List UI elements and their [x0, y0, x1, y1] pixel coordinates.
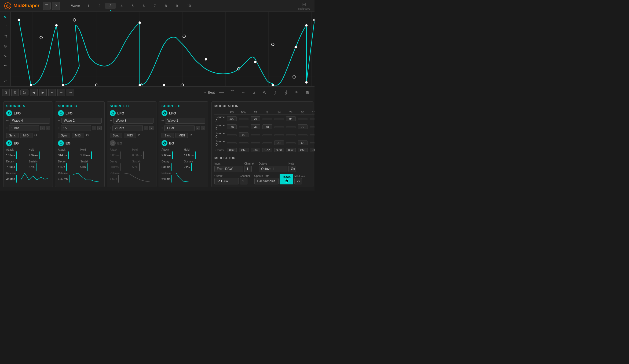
- source-d-bar-right[interactable]: ›: [201, 126, 205, 130]
- output-value[interactable]: To DAW: [214, 178, 239, 184]
- cursor-tool[interactable]: ↖: [2, 14, 9, 20]
- source-b-bar-right[interactable]: ›: [97, 126, 102, 130]
- mod-c-at[interactable]: [251, 134, 260, 136]
- source-d-decay-slider[interactable]: [171, 163, 172, 171]
- source-b-cycle[interactable]: ↺: [86, 133, 91, 138]
- pen-tool[interactable]: ✒: [2, 62, 9, 69]
- source-a-midi[interactable]: MIDI: [20, 133, 32, 138]
- mod-center-5[interactable]: 0.42: [262, 148, 272, 152]
- select-tool[interactable]: ⬚: [2, 33, 9, 40]
- mod-center-74[interactable]: 0.50: [286, 148, 296, 152]
- tab-9[interactable]: 9: [172, 3, 182, 9]
- mod-center-100[interactable]: 0.50: [310, 148, 314, 152]
- mod-center-14[interactable]: 0.50: [274, 148, 284, 152]
- shape-wave3[interactable]: ∮: [281, 89, 291, 96]
- redo-button[interactable]: ↪: [57, 89, 65, 96]
- mod-c-mw[interactable]: 99: [239, 132, 248, 137]
- source-a-release-slider[interactable]: [16, 175, 17, 183]
- multiplier-label[interactable]: 2x: [20, 90, 28, 95]
- teach-button[interactable]: Teach ⏻: [280, 174, 293, 184]
- mod-a-at[interactable]: 79: [251, 116, 260, 121]
- mod-a-56[interactable]: [298, 118, 308, 120]
- tab-5[interactable]: 5: [127, 3, 138, 9]
- source-c-bar-right[interactable]: ›: [149, 126, 153, 130]
- undo-button[interactable]: ↩: [48, 89, 56, 96]
- source-d-bar-left[interactable]: ‹: [196, 126, 200, 130]
- mod-a-14[interactable]: [274, 118, 284, 120]
- note-value[interactable]: G#: [288, 166, 296, 172]
- output-channel-value[interactable]: 1: [240, 178, 247, 184]
- mod-b-56[interactable]: 79: [298, 124, 308, 129]
- source-b-sustain-slider[interactable]: [87, 163, 88, 171]
- forward-button[interactable]: ▶: [39, 89, 47, 96]
- source-b-decay-slider[interactable]: [66, 163, 67, 171]
- tab-2[interactable]: 2: [94, 3, 105, 9]
- source-a-cycle[interactable]: ↺: [34, 133, 39, 138]
- zoom-tool[interactable]: ⤢: [2, 78, 9, 84]
- mod-center-mw[interactable]: 0.50: [239, 148, 248, 152]
- source-c-release-slider[interactable]: [118, 175, 119, 183]
- mod-b-pb[interactable]: -35: [227, 124, 237, 129]
- shape-wave1[interactable]: ∿: [260, 89, 269, 96]
- source-a-attack-slider[interactable]: [16, 151, 17, 159]
- source-c-sustain-slider[interactable]: [139, 163, 140, 171]
- bezier-tool[interactable]: ∿: [2, 53, 9, 59]
- source-b-bar-value[interactable]: 1/2: [61, 125, 91, 131]
- shape-flat[interactable]: —: [217, 89, 226, 96]
- mod-c-14[interactable]: [274, 134, 284, 136]
- node-tool[interactable]: ⊙: [2, 43, 9, 49]
- help-button[interactable]: ?: [52, 2, 60, 10]
- menu-button[interactable]: ☰: [43, 2, 51, 10]
- source-d-pencil-icon[interactable]: ✏: [162, 119, 164, 122]
- mod-c-74[interactable]: [286, 134, 296, 136]
- shape-wave2[interactable]: ∫: [270, 89, 280, 96]
- mod-b-at[interactable]: -31: [251, 124, 260, 129]
- source-d-eg-power[interactable]: ⏻: [162, 140, 167, 146]
- mod-d-14[interactable]: -52: [274, 140, 284, 145]
- shape-curve3[interactable]: ∪: [249, 89, 259, 96]
- mod-d-74[interactable]: [286, 142, 296, 144]
- mod-b-100[interactable]: [310, 126, 314, 128]
- source-c-pencil-icon[interactable]: ✏: [110, 119, 112, 122]
- mod-center-at[interactable]: 0.50: [251, 148, 260, 152]
- source-b-release-slider[interactable]: [69, 175, 70, 183]
- source-b-attack-slider[interactable]: [68, 151, 69, 159]
- tab-6[interactable]: 6: [138, 3, 149, 9]
- input-channel-value[interactable]: 1: [244, 166, 252, 172]
- mod-c-100[interactable]: [310, 134, 314, 136]
- mod-b-14[interactable]: [274, 126, 284, 128]
- octave-value[interactable]: Octave 1: [259, 166, 287, 172]
- source-c-sync[interactable]: Sync: [110, 133, 122, 138]
- mod-a-74[interactable]: 94: [286, 116, 296, 121]
- input-value[interactable]: From DAW: [214, 166, 243, 172]
- source-a-lfo-power[interactable]: ⏻: [6, 110, 12, 116]
- source-d-lfo-power[interactable]: ⏻: [162, 110, 167, 116]
- source-b-bar-left[interactable]: ‹: [92, 126, 96, 130]
- source-d-sustain-slider[interactable]: [191, 163, 192, 171]
- source-d-cycle[interactable]: ↺: [189, 133, 194, 138]
- tab-10[interactable]: 10: [183, 3, 195, 9]
- mod-d-mw[interactable]: [239, 142, 248, 144]
- source-b-wave-name[interactable]: Wave 2: [61, 118, 102, 124]
- source-d-attack-slider[interactable]: [172, 151, 173, 159]
- source-d-midi[interactable]: MIDI: [175, 133, 188, 138]
- power-button[interactable]: ⏻: [4, 2, 11, 9]
- source-c-lfo-power[interactable]: ⏻: [110, 110, 116, 116]
- source-b-midi[interactable]: MIDI: [72, 133, 84, 138]
- source-d-wave-name[interactable]: Wave 1: [165, 118, 205, 124]
- source-a-bar-left[interactable]: ‹: [40, 126, 45, 130]
- source-c-hold-slider[interactable]: [143, 151, 144, 159]
- shape-curve2[interactable]: ⌣: [238, 89, 248, 96]
- mod-c-5[interactable]: [262, 134, 272, 136]
- source-d-hold-slider[interactable]: [195, 151, 196, 159]
- source-a-bar-right[interactable]: ›: [46, 126, 50, 130]
- mod-d-pb[interactable]: [227, 142, 237, 144]
- source-d-release-slider[interactable]: [171, 175, 172, 183]
- mod-center-pb[interactable]: 0.00: [227, 148, 237, 152]
- curve-tool[interactable]: ⌒: [2, 24, 9, 30]
- source-b-hold-slider[interactable]: [91, 151, 92, 159]
- source-a-sustain-slider[interactable]: [36, 163, 36, 171]
- source-b-sync[interactable]: Sync: [58, 133, 70, 138]
- source-c-decay-slider[interactable]: [120, 163, 120, 171]
- source-c-attack-slider[interactable]: [120, 151, 121, 159]
